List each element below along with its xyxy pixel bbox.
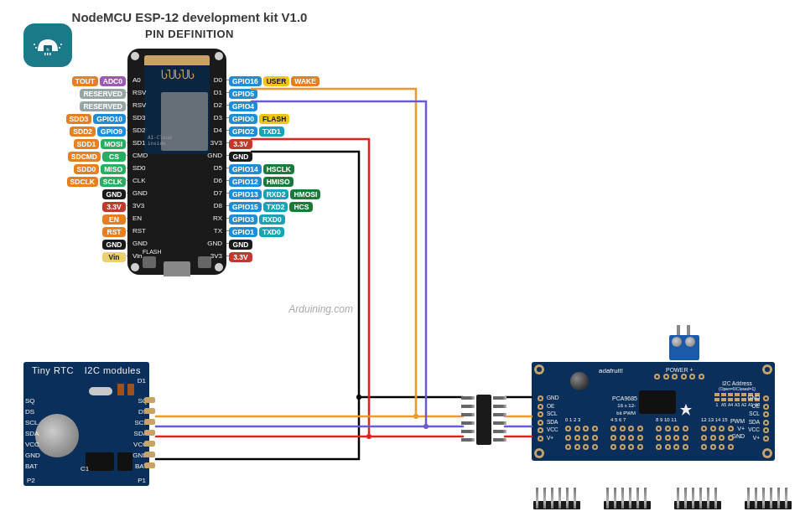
header-pin xyxy=(461,421,475,425)
svg-point-8 xyxy=(60,44,62,45)
pca-addr-bit-label: A2 xyxy=(741,402,746,407)
pin-row-left: SDD2GPIO9 xyxy=(69,126,127,137)
pin-tag: 3.3V xyxy=(102,202,126,212)
pca-addr-pad xyxy=(714,393,719,401)
esp12-module: ႱႮႱႮႱ AI-Cloudinside xyxy=(144,55,210,154)
rtc-pad xyxy=(144,462,155,468)
pin-tag: TXD1 xyxy=(259,127,284,137)
junction-scl xyxy=(413,414,418,419)
board-pin-label: SD1 xyxy=(132,139,151,147)
pin-tag: SDD3 xyxy=(66,114,92,124)
pca-addr-pad xyxy=(741,393,746,401)
junction-gnd xyxy=(356,395,361,400)
pin-tag: GND xyxy=(102,240,126,250)
pin-tag: RESERVED xyxy=(80,101,126,111)
pin-row-right: GPIO0FLASH xyxy=(228,113,290,124)
pin-row-right: GND xyxy=(228,239,253,250)
pca-chip-label: PCA9685 16 x 12-bit PWM xyxy=(612,395,636,416)
pca-side-hole xyxy=(538,436,543,442)
pin-row-right: 3.3V xyxy=(228,138,253,149)
rtc-pin-label: DS xyxy=(25,406,40,417)
pin-row-left: 3.3V xyxy=(101,201,127,212)
board-pin-label: RSV xyxy=(132,101,151,109)
pca-pin-label: SCL xyxy=(547,410,558,418)
rtc-pin-label: BAT xyxy=(25,461,40,472)
pca-hole-row xyxy=(656,435,688,441)
pin-row-right: GPIO2TXD1 xyxy=(228,126,285,137)
board-pin-label: SD3 xyxy=(132,114,151,121)
rtc-silk-p2: P2 xyxy=(27,477,35,484)
pca-side-labels-left: GNDOESCLSDAVCCV+ xyxy=(547,394,558,442)
board-pin-label: 3V3 xyxy=(132,202,151,209)
pca-pin-label: VCC xyxy=(547,426,558,434)
board-pin-label: RX xyxy=(204,214,222,222)
pca-pin-label: GND xyxy=(547,394,558,402)
pca-side-hole xyxy=(538,404,543,410)
board-pin-label: A0 xyxy=(132,76,151,84)
rtc-pad xyxy=(144,419,155,425)
pca-addr-title: I2C Address xyxy=(709,380,765,386)
pin-row-left: SDD0MISO xyxy=(73,163,127,174)
pin-row-left: RST xyxy=(101,226,127,237)
pin-tag: GND xyxy=(102,189,126,199)
pin-row-left: TOUTADC0 xyxy=(71,75,127,86)
pin-tag: RESERVED xyxy=(80,89,126,99)
junction-3v3 xyxy=(366,434,371,439)
pca-side-hole xyxy=(538,411,543,417)
board-pin-label: D1 xyxy=(204,89,222,96)
loose-header-block xyxy=(674,486,721,509)
pin-row-right: GPIO13RXD2HMOSI xyxy=(228,189,321,199)
pca-addr-sub: (Open=0/Closed=1) xyxy=(709,386,765,391)
pca-hole-row xyxy=(656,444,688,450)
pca-pin-label: V+ xyxy=(748,434,760,442)
pin-tag: GPIO0 xyxy=(229,114,257,124)
pin-row-right: GPIO14HSCLK xyxy=(228,163,295,174)
board-pin-label: RST xyxy=(132,227,151,235)
rtc-title: Tiny RTC I2C modules xyxy=(32,365,141,375)
board-pin-label: D3 xyxy=(204,114,222,121)
pca-side-hole xyxy=(538,420,543,426)
header-pin xyxy=(493,405,506,408)
pin-tag: GPIO2 xyxy=(229,127,257,137)
pca-side-labels-right: GNDOESCLSDAVCCV+ xyxy=(748,394,760,442)
svg-rect-4 xyxy=(49,53,51,55)
board-pin-label: EN xyxy=(132,214,151,222)
svg-point-6 xyxy=(34,44,35,45)
pin-tag: GPIO9 xyxy=(97,127,126,137)
rtc-pin-label: SQ xyxy=(25,395,40,406)
pca-chip-icon xyxy=(639,390,676,414)
board-pin-label: D6 xyxy=(204,177,222,184)
pca-pin-label: SDA xyxy=(748,418,760,426)
pin-tag: GPIO10 xyxy=(93,114,126,124)
pca-side-hole xyxy=(763,395,769,401)
pca-addr-bit-label: A4 xyxy=(728,402,733,407)
pca-addr-pad xyxy=(721,393,726,401)
pin-tag: HSCLK xyxy=(263,164,294,174)
antenna-icon: ႱႮႱႮႱ xyxy=(161,69,194,81)
pca-addr-bit-label: A3 xyxy=(735,402,740,407)
pca-addr-pad xyxy=(735,393,740,401)
board-pin-label: SD2 xyxy=(132,127,151,134)
pca-hole-row xyxy=(565,444,598,450)
pca-addr-bit-label: A5 xyxy=(721,402,726,407)
board-pin-label: 3V3 xyxy=(204,252,222,260)
board-pin-label: 3V3 xyxy=(204,139,222,147)
pin-tag: Vin xyxy=(102,252,126,262)
pin-row-right: GPIO15TXD2HCS xyxy=(228,201,314,212)
pin-row-right: GPIO5 xyxy=(228,88,258,99)
pin-tag: GPIO3 xyxy=(229,214,257,225)
pca-hole-row xyxy=(701,435,734,441)
pin-tag: GPIO14 xyxy=(229,164,262,174)
rtc-title-left: Tiny RTC xyxy=(32,365,74,375)
pca-side-hole xyxy=(538,395,543,401)
pca9685-board: PCA9685 16 x 12-bit PWM adafruit! POWER … xyxy=(532,362,775,461)
pca-pin-label: V+ xyxy=(547,434,558,442)
pin-row-left: SDCLKSCLK xyxy=(66,176,127,187)
pin-tag: GPIO13 xyxy=(229,189,262,199)
rtc-crystal-icon xyxy=(89,387,112,395)
pin-tag: 3.3V xyxy=(229,252,252,262)
pca-channel-labels: 4 5 6 7 xyxy=(610,417,626,423)
pca-channel-labels: 0 1 2 3 xyxy=(565,417,580,423)
pin-row-right: GPIO3RXD0 xyxy=(228,214,286,225)
pin-tag: SDD2 xyxy=(70,127,96,137)
